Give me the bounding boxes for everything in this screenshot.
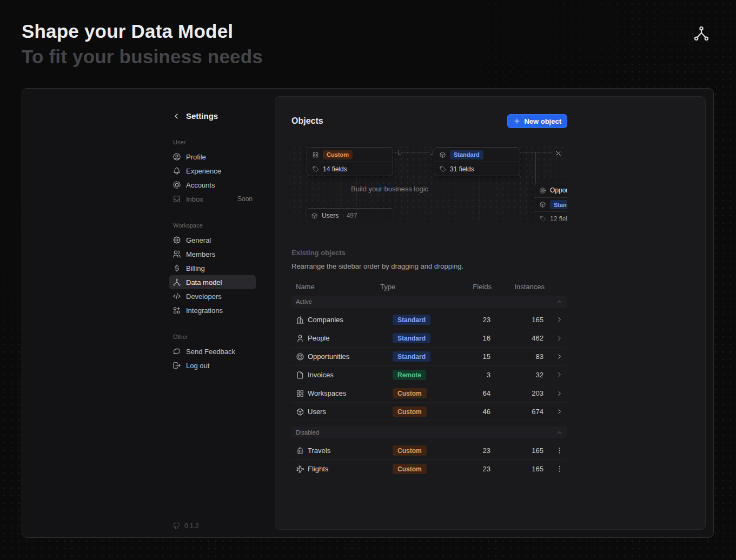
data-model-canvas: Custom 14 fields Standard 31 fields [291, 144, 567, 228]
group-header-disabled[interactable]: Disabled [291, 426, 567, 438]
chevron-right-icon[interactable] [555, 352, 563, 361]
sidebar-item-label: Experience [186, 167, 221, 175]
sidebar-item-members[interactable]: Members [169, 247, 256, 261]
inbox-icon [173, 195, 181, 203]
apps-icon [173, 306, 181, 315]
fields-count: 23 [459, 465, 490, 473]
users-icon [173, 250, 181, 258]
cube-icon [439, 151, 446, 158]
cube-icon [296, 408, 304, 416]
existing-objects-description: Rearrange the sidebar order by dragging … [291, 262, 567, 270]
object-name: Travels [308, 446, 393, 455]
settings-title: Settings [186, 111, 218, 121]
target-icon [296, 352, 304, 361]
cube-icon [539, 201, 546, 208]
connector-line [535, 152, 536, 183]
sidebar-item-profile[interactable]: Profile [169, 150, 256, 164]
chevron-right-icon[interactable] [555, 334, 563, 342]
table-row-companies[interactable]: Companies Standard 23 165 [291, 311, 567, 329]
group-label: Active [296, 298, 312, 305]
column-instances: Instances [492, 283, 545, 291]
instances-count: 462 [490, 334, 543, 342]
chevron-right-icon[interactable] [555, 408, 563, 416]
table-row-people[interactable]: People Standard 16 462 [291, 329, 567, 348]
object-name: People [308, 334, 393, 342]
column-type: Type [380, 283, 458, 291]
table-row-users[interactable]: Users Custom 46 674 [291, 403, 567, 421]
data-model-logo-icon [693, 25, 710, 42]
sidebar-item-accounts[interactable]: Accounts [169, 178, 256, 192]
fields-count: 16 [459, 334, 490, 342]
hero: Shape your Data Model To fit your busine… [22, 19, 263, 69]
connector-line [341, 176, 341, 208]
chevron-right-icon[interactable] [555, 389, 563, 397]
type-badge: Custom [393, 464, 427, 474]
settings-back[interactable]: Settings [169, 111, 277, 121]
chevron-right-icon[interactable] [555, 316, 563, 324]
fields-count: 15 [459, 352, 490, 361]
sidebar-item-label: Billing [186, 264, 205, 272]
building-icon [296, 316, 304, 324]
page-subtitle: To fit your business needs [22, 45, 263, 69]
sidebar-item-integrations[interactable]: Integrations [169, 303, 256, 317]
instances-count: 674 [490, 408, 543, 416]
grid-icon [296, 389, 304, 398]
sidebar-item-label: Inbox [186, 195, 203, 203]
type-badge: Custom [393, 406, 427, 417]
message-icon [173, 347, 181, 356]
group-label: Disabled [296, 429, 319, 436]
table-row-flights[interactable]: Flights Custom 23 165 [291, 460, 567, 478]
grid-icon [312, 151, 319, 158]
new-object-label: New object [524, 117, 561, 125]
sidebar-item-label: Send Feedback [186, 348, 235, 356]
section-label-other: Other [169, 334, 277, 340]
instances-count: 165 [490, 316, 543, 324]
diagram-fade [291, 213, 567, 228]
fields-count: 23 [459, 316, 490, 324]
hierarchy-icon [173, 278, 181, 286]
sidebar-item-label: Developers [186, 292, 222, 301]
sidebar-item-label: Integrations [186, 306, 223, 315]
diagram-caption: Build your business logic [351, 185, 428, 193]
settings-sidebar: Settings User Profile Experience Account… [169, 89, 277, 537]
type-badge: Remote [393, 370, 426, 380]
close-icon[interactable] [554, 149, 562, 157]
object-node-custom[interactable]: Custom 14 fields [307, 147, 393, 176]
sidebar-item-label: Members [186, 250, 215, 258]
table-row-travels[interactable]: Travels Custom 23 165 [291, 442, 567, 460]
sidebar-item-developers[interactable]: Developers [169, 289, 256, 303]
sidebar-item-send-feedback[interactable]: Send Feedback [169, 344, 256, 358]
dots-vertical-icon[interactable] [555, 446, 563, 455]
fields-label: 14 fields [323, 165, 347, 173]
sidebar-item-log-out[interactable]: Log out [169, 358, 256, 372]
chevron-right-icon[interactable] [555, 371, 563, 379]
sidebar-item-general[interactable]: General [169, 233, 256, 247]
object-name: Opportunities [308, 352, 393, 361]
dots-vertical-icon[interactable] [555, 465, 563, 473]
object-name: Companies [308, 316, 393, 324]
code-icon [173, 292, 181, 301]
type-badge: Standard [393, 351, 430, 362]
bell-icon [173, 166, 181, 175]
type-badge: Standard [550, 200, 567, 209]
at-icon [173, 181, 181, 189]
new-object-button[interactable]: New object [507, 114, 567, 128]
table-row-opportunities[interactable]: Opportunities Standard 15 83 [291, 348, 567, 366]
group-header-active[interactable]: Active [291, 296, 567, 308]
target-icon [539, 187, 546, 194]
table-row-workspaces[interactable]: Workspaces Custom 64 203 [291, 384, 567, 403]
plane-icon [296, 465, 304, 474]
table-row-invoices[interactable]: Invoices Remote 3 32 [291, 366, 567, 384]
connector-line [520, 152, 553, 152]
sidebar-item-experience[interactable]: Experience [169, 164, 256, 178]
object-node-standard[interactable]: Standard 31 fields [434, 147, 520, 176]
object-name: Workspaces [308, 389, 393, 397]
sidebar-item-billing[interactable]: Billing [169, 261, 256, 275]
dollar-icon [173, 264, 181, 272]
soon-badge: Soon [237, 195, 253, 203]
column-name: Name [296, 283, 380, 291]
app-version: 0.1.2 [173, 522, 199, 530]
github-icon [173, 522, 181, 530]
sidebar-item-data-model[interactable]: Data model [169, 275, 256, 289]
type-badge: Custom [393, 388, 427, 398]
